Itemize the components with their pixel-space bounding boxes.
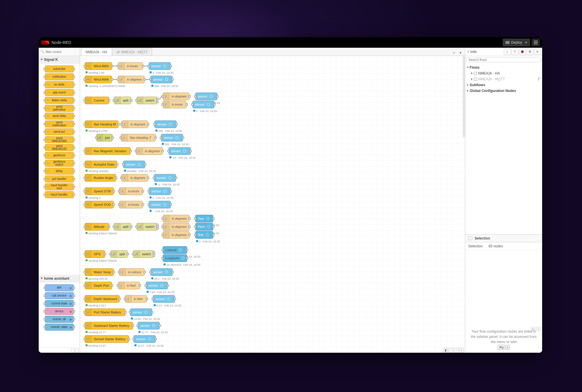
input-port[interactable] [162,249,164,251]
tip-close-button[interactable]: × [536,327,540,331]
palette-node[interactable]: 〰subscribe [45,65,74,72]
output-port[interactable] [142,203,144,206]
output-port[interactable] [188,217,191,220]
palette-node[interactable]: 〰notification [45,73,74,80]
input-port[interactable] [162,257,164,259]
output-port[interactable] [175,177,177,179]
palette-node[interactable]: 〰flatten delta [45,97,74,104]
sidebar-help-button[interactable]: ? [511,49,518,55]
output-port[interactable] [171,271,174,273]
output-port[interactable] [116,163,118,166]
palette-collapse-icon[interactable] [71,349,74,352]
output-port[interactable] [111,65,113,67]
output-port[interactable] [132,324,134,327]
input-port[interactable] [162,103,164,106]
tip-refresh-button[interactable]: ↻ [531,327,535,331]
flow-node[interactable]: ⎇switch [136,223,157,230]
flow-node[interactable]: ⎇split [110,250,128,258]
palette-node[interactable]: 〰put handler [45,175,74,182]
input-port[interactable] [132,253,134,255]
output-port[interactable] [186,257,188,259]
output-port[interactable] [212,234,214,236]
input-port[interactable] [135,99,138,102]
palette-node[interactable]: 〰on delta [45,81,74,88]
tab-inactive[interactable]: NMEA2k - MQTT [112,48,152,56]
tab-menu-button[interactable]: ▾ [457,50,463,56]
palette-category[interactable]: Signal K [39,56,80,63]
palette-node[interactable]: 〰geofence [45,152,74,159]
output-port[interactable] [144,163,146,166]
flow-node[interactable]: ƒin knots [119,187,143,195]
flow-node[interactable]: ƒin degrees [163,231,189,239]
output-port[interactable] [111,78,113,81]
zoom-out-button[interactable]: − [449,348,453,352]
input-port[interactable] [153,177,155,179]
output-port[interactable] [170,65,172,67]
output-port[interactable] [139,284,141,287]
palette-node[interactable]: ⬗events: state [45,324,74,331]
output-port[interactable] [167,284,169,287]
output-port[interactable] [162,150,164,152]
palette-node[interactable]: 〰send NMEA0183 [45,144,74,151]
input-port[interactable] [160,136,162,139]
flow-node[interactable]: 〰Rudder Angle [85,174,116,182]
output-port[interactable] [127,253,129,255]
input-port[interactable] [148,65,150,67]
flow-node[interactable]: ⎇switch [133,250,154,258]
palette-node[interactable]: 〰send notification [45,120,74,127]
input-port[interactable] [122,163,124,166]
flow-node[interactable]: ƒin degrees [163,223,189,230]
palette-node[interactable]: ⬗events: all [45,316,74,323]
output-port[interactable] [188,226,191,228]
output-port[interactable] [159,324,161,327]
input-port[interactable] [162,217,164,220]
scrollbar[interactable] [463,56,465,137]
output-port[interactable] [212,217,214,220]
flow-node[interactable]: 〰Autopilot Statesending standby [85,161,117,168]
input-port[interactable] [84,78,86,81]
input-port[interactable] [84,298,86,300]
flow-node[interactable]: sensor12.77 : Feb 24, 16:30 [138,322,160,329]
input-port[interactable] [191,103,194,106]
input-port[interactable] [135,150,137,152]
input-port[interactable] [84,190,86,192]
flow-node[interactable]: sensor0 : Feb 24, 16:30 [149,187,171,195]
flow-node[interactable]: 〰Water Tempignoring 299.25 [85,268,114,276]
input-port[interactable] [149,271,152,273]
flow-node[interactable]: 〰Current [85,97,109,104]
flow-node[interactable]: 〰Depth Starboardsending 2.521 [85,295,120,303]
output-port[interactable] [170,203,172,206]
output-port[interactable] [174,298,176,300]
flow-node[interactable]: 〰Speed SOG [85,201,114,208]
input-port[interactable] [120,123,123,125]
input-port[interactable] [120,177,123,179]
flow-node[interactable]: 〰Depth Port [85,282,112,289]
output-port[interactable] [156,101,159,103]
input-port[interactable] [84,163,86,166]
output-port[interactable] [113,190,115,192]
output-port[interactable] [182,136,184,139]
output-port[interactable] [147,177,149,179]
output-port[interactable] [113,203,115,206]
flow-node[interactable]: 〰Speed STWsending 0 [85,187,114,195]
palette-node[interactable]: 〰app event [45,89,74,96]
flow-node[interactable]: 〰Attitudesending [object Object] [85,223,109,230]
input-port[interactable] [162,95,164,97]
output-port[interactable] [143,271,146,273]
flow-node[interactable]: 〰Wind AWAsending -1.240185307178586 [85,76,112,83]
input-port[interactable] [118,203,120,206]
input-port[interactable] [84,253,86,255]
palette-node[interactable]: ⬗API [45,284,74,291]
flow-node[interactable]: 〰Wind AWSsending 1.69 [85,62,112,70]
tree-flows[interactable]: Flows [465,65,542,70]
output-port[interactable] [188,95,191,97]
output-port[interactable] [130,226,132,228]
input-port[interactable] [167,150,170,152]
input-port[interactable] [84,226,86,228]
input-port[interactable] [152,298,154,300]
input-port[interactable] [84,311,86,313]
palette-node[interactable]: 〰input handler [45,191,74,198]
palette-node[interactable]: ⬗call service [45,292,74,299]
input-port[interactable] [136,324,139,327]
flow-node[interactable]: sensor5 : Feb 24, 16:29 [195,93,217,100]
